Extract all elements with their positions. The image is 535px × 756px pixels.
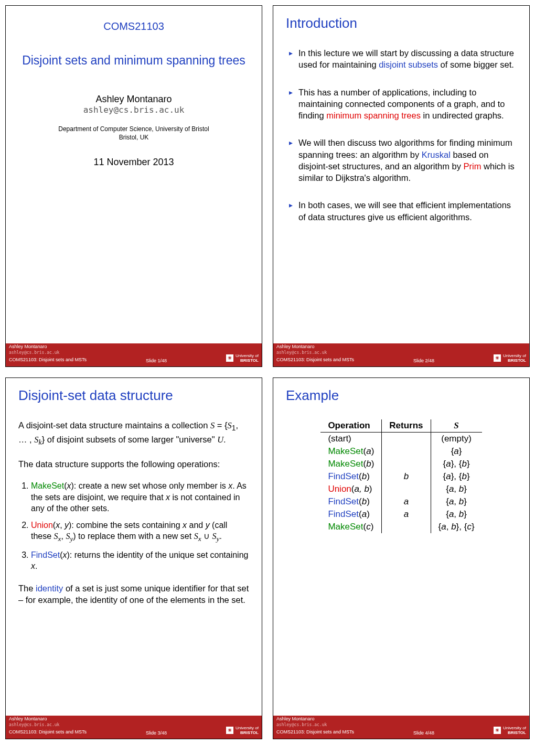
footer-author: Ashley Montanaro [276, 716, 354, 722]
uni-line1: University of [503, 353, 526, 358]
uni-line2: BRISTOL [240, 358, 259, 363]
col-s: S [431, 419, 482, 433]
footer-course: COMS21103: Disjoint sets and MSTs [9, 729, 87, 736]
footer-author: Ashley Montanaro [9, 343, 87, 350]
department-line2: Bristol, UK [18, 134, 249, 141]
slide-2: Introduction In this lecture we will sta… [273, 5, 530, 367]
footer-author: Ashley Montanaro [276, 343, 354, 350]
footer-email: ashley@cs.bris.ac.uk [276, 722, 354, 728]
table-row: FindSet(b)a{a, b} [320, 495, 482, 508]
slide-footer: Ashley Montanaro ashley@cs.bris.ac.uk CO… [6, 716, 262, 739]
footer-email: ashley@cs.bris.ac.uk [9, 350, 87, 355]
op-union: Union(x, y): combine the sets containing… [31, 520, 249, 544]
table-row: MakeSet(c){a, b}, {c} [320, 521, 482, 533]
bullet-2: This has a number of applications, inclu… [289, 87, 517, 122]
example-table: Operation Returns S (start)(empty) MakeS… [320, 419, 482, 533]
slide-4: Example Operation Returns S (start)(empt… [273, 377, 530, 739]
slide-title: Disjoint-set data structure [18, 387, 249, 404]
operations-list: MakeSet(x): create a new set whose only … [18, 480, 249, 572]
table-row: MakeSet(a){a} [320, 445, 482, 458]
slide-number: Slide 3/48 [146, 730, 167, 736]
op-findset: FindSet(x): returns the identity of the … [31, 549, 249, 572]
footer-course: COMS21103: Disjoint sets and MSTs [9, 357, 87, 363]
slide-1: COMS21103 Disjoint sets and minimum span… [5, 5, 262, 367]
bullet-4: In both cases, we will see that efficien… [289, 199, 517, 223]
table-row: FindSet(a)a{a, b} [320, 508, 482, 521]
author-name: Ashley Montanaro [18, 94, 249, 105]
author-email: ashley@cs.bris.ac.uk [18, 105, 249, 115]
sun-icon: ☀ [226, 727, 233, 734]
footer-author: Ashley Montanaro [9, 716, 87, 722]
table-row: MakeSet(b){a}, {b} [320, 458, 482, 470]
course-code: COMS21103 [18, 20, 249, 33]
slide-grid: COMS21103 Disjoint sets and minimum span… [5, 5, 530, 739]
university-logo: ☀ University of BRISTOL [226, 353, 259, 363]
footer-course: COMS21103: Disjoint sets and MSTs [276, 729, 354, 736]
slide-footer: Ashley Montanaro ashley@cs.bris.ac.uk CO… [273, 716, 529, 739]
bullet-3: We will then discuss two algorithms for … [289, 137, 517, 183]
slide-number: Slide 1/48 [146, 358, 167, 363]
slide-3: Disjoint-set data structure A disjoint-s… [5, 377, 262, 739]
slide-title: Introduction [286, 15, 517, 31]
sun-icon: ☀ [494, 727, 501, 734]
uni-line1: University of [236, 726, 259, 730]
table-row: Union(a, b){a, b} [320, 483, 482, 495]
col-returns: Returns [382, 419, 431, 433]
footer-email: ashley@cs.bris.ac.uk [276, 350, 354, 355]
bullet-1: In this lecture we will start by discuss… [289, 47, 517, 71]
university-logo: ☀ University of BRISTOL [494, 726, 526, 736]
uni-line2: BRISTOL [508, 730, 526, 735]
lecture-title: Disjoint sets and minimum spanning trees [18, 53, 249, 68]
slide-footer: Ashley Montanaro ashley@cs.bris.ac.uk CO… [273, 343, 529, 366]
table-row: (start)(empty) [320, 433, 482, 446]
uni-line2: BRISTOL [508, 358, 526, 363]
footer-course: COMS21103: Disjoint sets and MSTs [276, 357, 354, 363]
university-logo: ☀ University of BRISTOL [226, 726, 259, 736]
uni-line1: University of [236, 353, 259, 358]
department-line1: Department of Computer Science, Universi… [18, 125, 249, 133]
slide-number: Slide 4/48 [413, 730, 434, 736]
intro-bullets: In this lecture we will start by discuss… [286, 47, 517, 223]
slide-title: Example [286, 387, 517, 404]
ops-lead: The data structure supports the followin… [18, 458, 249, 470]
table-row: FindSet(b)b{a}, {b} [320, 470, 482, 483]
slide-number: Slide 2/48 [413, 358, 434, 363]
intro-paragraph: A disjoint-set data structure maintains … [18, 419, 249, 448]
col-operation: Operation [320, 419, 381, 433]
lecture-date: 11 November 2013 [18, 157, 249, 168]
slide-footer: Ashley Montanaro ashley@cs.bris.ac.uk CO… [6, 343, 262, 366]
identity-paragraph: The identity of a set is just some uniqu… [18, 582, 249, 606]
university-logo: ☀ University of BRISTOL [494, 353, 526, 363]
uni-line2: BRISTOL [240, 730, 259, 735]
footer-email: ashley@cs.bris.ac.uk [9, 722, 87, 728]
sun-icon: ☀ [226, 354, 233, 362]
sun-icon: ☀ [494, 354, 501, 362]
op-makeset: MakeSet(x): create a new set whose only … [31, 480, 249, 514]
uni-line1: University of [503, 726, 526, 730]
